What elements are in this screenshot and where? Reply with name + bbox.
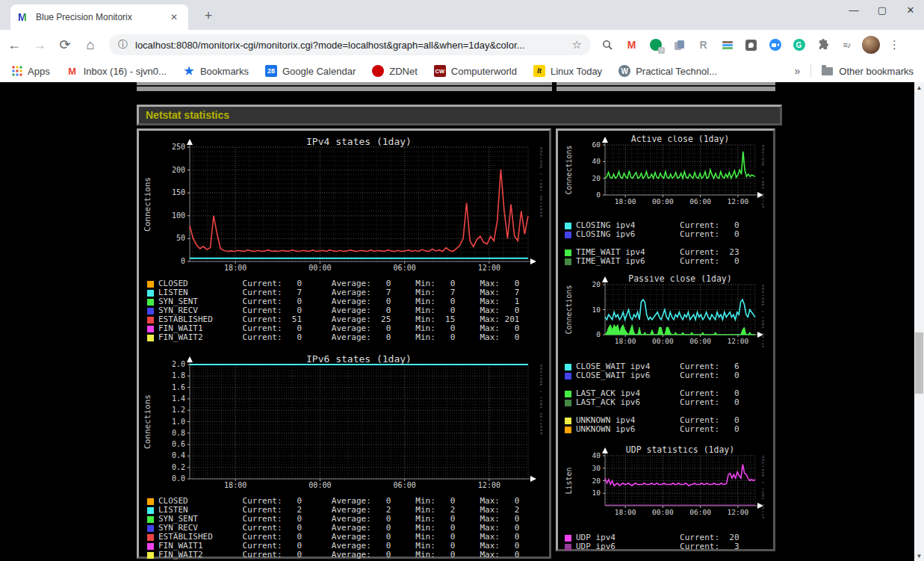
netstat-section-header: Netstat statistics xyxy=(137,105,782,125)
scroll-up-button[interactable]: ▲ xyxy=(914,82,924,93)
svg-text:1.2: 1.2 xyxy=(172,406,185,414)
gmail-icon: M xyxy=(66,65,78,77)
svg-text:06:00: 06:00 xyxy=(394,264,416,272)
zoom-icon[interactable] xyxy=(769,39,781,52)
legend-swatch-icon xyxy=(147,281,154,288)
media-queue-icon[interactable]: ≡♪ xyxy=(840,39,853,52)
passive-close-legend-row: UNKNOWN ipv6 Current: 0 xyxy=(565,425,773,434)
profile-avatar[interactable] xyxy=(862,36,880,54)
legend-swatch-icon xyxy=(565,400,571,406)
netstat-left-column: 05010015020025018:0000:0006:0012:00IPv4 … xyxy=(137,128,551,559)
previous-table-bottom-right xyxy=(556,82,775,91)
active-close-legend-row: TIME_WAIT ipv6 Current: 0 xyxy=(565,257,773,266)
reload-button[interactable]: ⟳ xyxy=(54,34,76,56)
legend-text: LAST_ACK ipv6 Current: 0 xyxy=(576,398,739,407)
udp-statistics-legend: UDP ipv4 Current: 20UDP ipv6 Current: 3 xyxy=(565,533,773,551)
new-tab-button[interactable]: + xyxy=(199,6,218,25)
puzzle-icon[interactable] xyxy=(816,39,829,52)
minimize-button[interactable]: — xyxy=(848,4,860,16)
bookmark-calendar[interactable]: 28Google Calendar xyxy=(265,65,356,77)
legend-swatch-icon xyxy=(147,498,154,505)
r-icon[interactable]: R xyxy=(697,39,710,52)
rrdtool-signature: RRDTOOL / TOBI OETIKER xyxy=(761,285,764,347)
bookmark-zdnet[interactable]: ZDNet xyxy=(372,65,418,77)
page-scrollbar[interactable]: ▲ ▼ xyxy=(914,82,924,561)
copy-pages-icon[interactable] xyxy=(673,39,686,52)
ipv6-states-graph[interactable]: 0.00.20.40.60.81.01.21.41.61.82.018:0000… xyxy=(141,354,542,489)
passive-close-legend-row: LAST_ACK ipv6 Current: 0 xyxy=(565,398,773,407)
bookmarks-overflow-chevron[interactable]: » xyxy=(795,65,801,77)
previous-table-bottom-left xyxy=(137,82,552,91)
other-bookmarks-button[interactable]: Other bookmarks xyxy=(839,66,914,77)
home-button[interactable]: ⌂ xyxy=(79,34,102,56)
legend-swatch-icon xyxy=(565,418,571,424)
legend-swatch-icon xyxy=(147,543,154,550)
udp-statistics-legend-row: UDP ipv6 Current: 3 xyxy=(565,542,773,551)
tab-close-icon[interactable]: ✕ xyxy=(167,10,181,24)
back-button[interactable]: ← xyxy=(3,34,25,56)
browser-menu-icon[interactable]: ⋮ xyxy=(889,38,900,52)
svg-text:20: 20 xyxy=(592,280,601,288)
bookmark-label: Practical Technol... xyxy=(636,66,717,77)
svg-text:200: 200 xyxy=(172,166,185,174)
bookmark-cw[interactable]: CWComputerworld xyxy=(434,65,517,77)
calendar-icon: 28 xyxy=(265,65,277,77)
passive-close-graph[interactable]: 0102018:0000:0006:0012:00Passive close (… xyxy=(564,275,764,347)
svg-text:18:00: 18:00 xyxy=(224,481,246,489)
netstat-right-column: 020406018:0000:0006:0012:00Active close … xyxy=(556,128,775,551)
svg-text:1.6: 1.6 xyxy=(172,383,185,391)
search-icon[interactable] xyxy=(601,39,614,52)
messenger-icon[interactable]: ? xyxy=(649,39,662,52)
monitorix-page: Netstat statistics 05010015020025018:000… xyxy=(0,82,914,561)
bookmark-wordpress[interactable]: WPractical Technol... xyxy=(618,65,717,77)
apps-grid-icon xyxy=(12,66,22,76)
legend-text: FIN_WAIT2 Current: 0 Average: 0 Min: 0 M… xyxy=(158,551,519,560)
maximize-button[interactable]: ▢ xyxy=(876,4,888,16)
grammarly-icon[interactable]: G xyxy=(793,39,805,52)
legend-text: TIME_WAIT ipv6 Current: 0 xyxy=(576,257,739,266)
bookmark-linuxtoday[interactable]: ltLinux Today xyxy=(533,65,602,77)
ipv4-states-graph[interactable]: 05010015020025018:0000:0006:0012:00IPv4 … xyxy=(141,137,542,272)
folder-icon xyxy=(822,67,833,75)
star-icon: ★ xyxy=(183,65,195,77)
active-close-graph[interactable]: 020406018:0000:0006:0012:00Active close … xyxy=(564,135,764,208)
udp-statistics-graph[interactable]: 1020304018:0000:0006:0012:00UDP statisti… xyxy=(564,446,764,518)
window-close-button[interactable]: ✕ xyxy=(905,4,917,16)
forward-button[interactable]: → xyxy=(28,34,51,56)
ipv6-states-title: IPv6 states (1day) xyxy=(306,354,412,365)
svg-text:1.8: 1.8 xyxy=(172,371,185,379)
svg-text:50: 50 xyxy=(176,234,185,242)
svg-text:0: 0 xyxy=(596,330,601,338)
ipv4-states-legend: CLOSED Current: 0 Average: 0 Min: 0 Max:… xyxy=(147,279,549,342)
apps-shortcut[interactable]: Apps xyxy=(12,66,50,77)
bookmark-gmail[interactable]: MInbox (16) - sjvn0... xyxy=(66,65,167,77)
svg-text:12:00: 12:00 xyxy=(728,337,749,345)
ipv6-states-ylabel: Connections xyxy=(143,394,152,449)
scrollbar-thumb[interactable] xyxy=(915,332,923,394)
browser-tab[interactable]: M Blue Precision Monitorix ✕ xyxy=(10,4,188,30)
bookmark-star[interactable]: ★Bookmarks xyxy=(183,65,249,77)
url-text[interactable]: localhost:8080/monitorix-cgi/monitorix.c… xyxy=(135,40,566,51)
ipv4-states-title: IPv4 states (1day) xyxy=(306,137,412,147)
site-info-icon[interactable]: ⓘ xyxy=(118,38,128,52)
svg-text:12:00: 12:00 xyxy=(728,197,749,205)
bookmark-label: Google Calendar xyxy=(282,66,356,77)
address-bar[interactable]: ⓘ localhost:8080/monitorix-cgi/monitorix… xyxy=(109,34,591,55)
legend-swatch-icon xyxy=(565,373,571,379)
pocket-lamp-icon[interactable] xyxy=(745,39,757,52)
bookmark-star-icon[interactable]: ☆ xyxy=(572,38,582,52)
svg-text:12:00: 12:00 xyxy=(478,481,500,489)
books-icon[interactable] xyxy=(721,39,734,52)
svg-text:1.0: 1.0 xyxy=(172,418,185,426)
legend-swatch-icon xyxy=(565,232,571,238)
scroll-down-button[interactable]: ▼ xyxy=(914,551,924,561)
bookmarks-right: » Other bookmarks xyxy=(795,64,924,78)
svg-text:20: 20 xyxy=(592,477,601,485)
active-close-ylabel: Connections xyxy=(565,145,573,194)
svg-text:60: 60 xyxy=(592,140,601,149)
legend-text: UNKNOWN ipv6 Current: 0 xyxy=(576,425,739,434)
bookmark-label: Computerworld xyxy=(451,66,517,77)
svg-text:00:00: 00:00 xyxy=(308,481,331,489)
svg-text:20: 20 xyxy=(592,174,601,182)
gmail-icon[interactable]: M xyxy=(625,39,638,52)
